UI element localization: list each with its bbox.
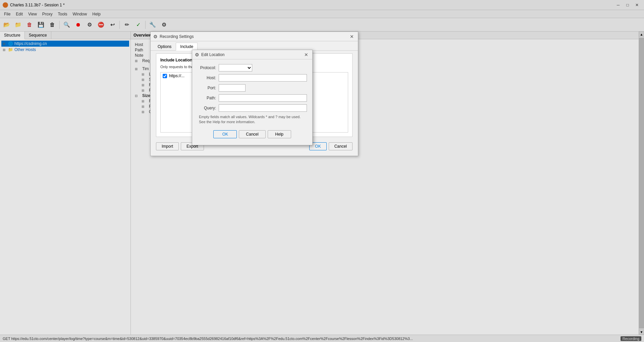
query-input[interactable] [219, 104, 307, 112]
edit-ok-button[interactable]: OK [213, 130, 237, 138]
recording-dialog-title: Recording Settings [160, 34, 194, 39]
port-input[interactable] [219, 84, 246, 92]
recording-dialog-tabs: Options Include [151, 41, 358, 51]
port-row: Port: [198, 84, 307, 92]
protocol-select[interactable]: http https [219, 64, 252, 71]
edit-dialog-body: Protocol: http https Host: Port: Path: Q… [192, 59, 312, 145]
recording-dialog-icon: ⚙ [153, 34, 158, 39]
edit-help-button[interactable]: Help [268, 130, 291, 138]
recording-dialog-titlebar: ⚙ Recording Settings ✕ [151, 32, 358, 41]
host-label: Host: [198, 76, 216, 80]
host-row: Host: [198, 74, 307, 82]
query-label: Query: [198, 106, 216, 110]
protocol-row: Protocol: http https [198, 64, 307, 71]
edit-dialog-buttons: OK Cancel Help [198, 128, 307, 142]
import-button[interactable]: Import [156, 142, 179, 150]
edit-dialog-title: Edit Location [201, 52, 224, 57]
port-label: Port: [198, 86, 216, 90]
include-item-label-1: https://... [169, 74, 184, 78]
include-checkbox-1[interactable] [163, 74, 167, 78]
path-label: Path: [198, 96, 216, 100]
recording-dialog-close[interactable]: ✕ [348, 33, 355, 40]
path-row: Path: [198, 94, 307, 102]
edit-dialog-icon: ⚙ [195, 52, 199, 57]
edit-location-dialog: ⚙ Edit Location ✕ Protocol: http https H… [192, 50, 313, 145]
path-input[interactable] [219, 94, 307, 102]
edit-dialog-close[interactable]: ✕ [303, 51, 310, 58]
query-row: Query: [198, 104, 307, 112]
recording-cancel-button[interactable]: Cancel [329, 142, 353, 150]
recording-tab-options[interactable]: Options [153, 43, 176, 50]
edit-cancel-button[interactable]: Cancel [239, 130, 265, 138]
protocol-label: Protocol: [198, 65, 216, 70]
form-hint: Empty fields match all values. Wildcards… [198, 114, 307, 125]
host-input[interactable] [219, 74, 307, 82]
edit-dialog-titlebar: ⚙ Edit Location ✕ [192, 50, 312, 59]
